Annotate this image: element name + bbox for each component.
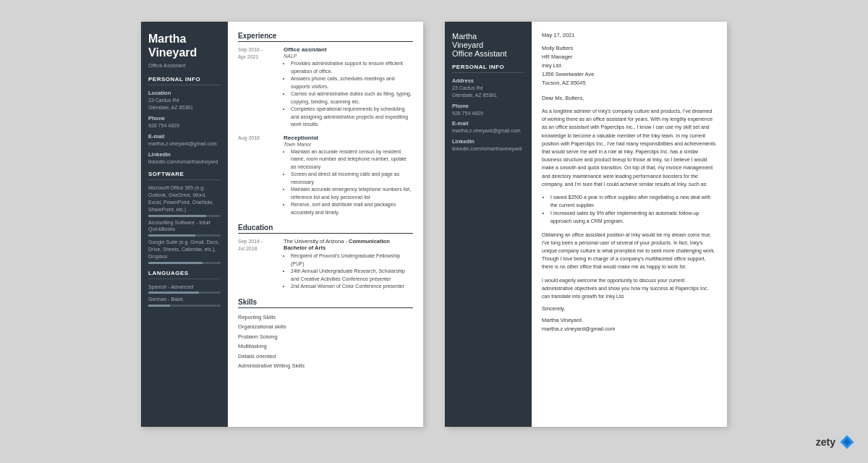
linkedin-label: LinkedIn	[148, 151, 221, 158]
software1-value: Microsoft Office 365 (e.g. Outlook, OneD…	[148, 184, 221, 213]
edu1-block: Sep 2014 -Jul 2018 The University of Ari…	[238, 238, 413, 291]
cover-job-title: Office Assistant	[452, 49, 524, 58]
phone-value: 928 754 4829	[148, 122, 221, 129]
job1-bullets: Provides administrative support to ensur…	[284, 60, 413, 129]
software1-bar	[148, 215, 221, 217]
email-value: martha.z.vineyard@gmail.com	[148, 140, 221, 148]
zety-brand-text: zety	[816, 436, 835, 448]
email-label: E-mail	[148, 133, 221, 140]
cover-last-name: Vineyard	[452, 41, 524, 49]
job2-bullets: Maintain an accurate resident census by …	[284, 148, 413, 217]
resume-main: Experience Sep 2018 -Apr 2021 Office ass…	[228, 22, 423, 427]
edu1-bullet1: Recipient of Provost's Undergraduate Fel…	[291, 252, 413, 268]
cover-main: May 17, 2021 Molly Butters HR Manager In…	[532, 22, 727, 427]
recipient-title: HR Manager	[542, 54, 573, 60]
cover-address-label: Address	[452, 77, 524, 84]
lang1-label: Spanish - Advanced	[148, 284, 221, 291]
cover-bullet1: I saved $2500 a year in office supplies …	[550, 193, 717, 209]
cover-body: As a longtime admirer of Inky's company …	[542, 107, 717, 300]
resume-document: Martha Vineyard Office Assistant Persona…	[141, 22, 423, 427]
resume-name-block: Martha Vineyard Office Assistant	[148, 32, 221, 69]
edu1-bullet3: 2nd Annual Women of Color Conference pre…	[291, 283, 413, 291]
company-address1: 1356 Sweetwater Ave	[542, 71, 594, 77]
cover-closing: Sincerely,	[542, 305, 717, 312]
software-title: Software	[148, 171, 221, 180]
skills-list: Reporting Skills Organizational skills P…	[238, 313, 413, 371]
personal-info-title: Personal Info	[148, 76, 221, 85]
job1-content: Office assistant NALP Provides administr…	[284, 46, 413, 129]
lang2-bar	[148, 305, 221, 307]
cover-recipient: Molly Butters HR Manager Inky Ltd. 1356 …	[542, 44, 717, 88]
job2-bullet1: Maintain an accurate resident census by …	[291, 148, 413, 171]
job1-date: Sep 2018 -Apr 2021	[238, 46, 278, 129]
skill1: Reporting Skills	[238, 313, 413, 323]
education-section-title: Education	[238, 224, 413, 234]
recipient-name: Molly Butters	[542, 45, 573, 51]
resume-sidebar: Martha Vineyard Office Assistant Persona…	[141, 22, 228, 427]
skill6: Administrative Writing Skills	[238, 361, 413, 371]
job2-bullet4: Receive, sort and distribute mail and pa…	[291, 201, 413, 216]
job1-bullet3: Carries out administrative duties such a…	[291, 90, 413, 106]
job2-title: Receptionist	[284, 135, 413, 141]
cover-first-name: Martha	[452, 32, 524, 41]
cover-email-value: martha.z.vineyard@gmail.com	[452, 127, 524, 135]
job1-block: Sep 2018 -Apr 2021 Office assistant NALP…	[238, 46, 413, 129]
software2-value: QuickBooks	[148, 226, 221, 233]
skill5: Details oriented	[238, 352, 413, 362]
skill3: Problem Solving	[238, 332, 413, 342]
job2-bullet3: Maintain accurate emergency telephone nu…	[291, 186, 413, 201]
job1-bullet4: Completes operational requirements by sc…	[291, 106, 413, 129]
job2-bullet2: Screen and direct all incoming calls and…	[291, 171, 413, 186]
resume-first-name: Martha	[148, 32, 221, 46]
cover-salutation: Dear Ms. Butters,	[542, 95, 717, 101]
job1-bullet2: Answers phone calls, schedules meetings …	[291, 75, 413, 90]
cover-name-block: Martha Vineyard Office Assistant	[452, 32, 524, 58]
cover-email-label: E-mail	[452, 120, 524, 127]
edu1-school: The University of Arizona - Communicatio…	[284, 238, 413, 251]
software3-value: Google Suite (e.g. Gmail, Docs, Drive, S…	[148, 239, 221, 260]
cover-letter-document: Martha Vineyard Office Assistant Persona…	[445, 22, 727, 427]
phone-label: Phone	[148, 115, 221, 122]
skills-section-title: Skills	[238, 298, 413, 308]
cover-paragraph2: Obtaining an office assistant position a…	[542, 231, 717, 271]
cover-phone-value: 928 754 4829	[452, 110, 524, 117]
job2-block: Aug 2018 Receptionist Town Manor Maintai…	[238, 135, 413, 217]
cover-personal-info-title: Personal Info	[452, 64, 524, 73]
edu1-bullet2: 24th Annual Undergraduate Research, Scho…	[291, 268, 413, 283]
sig-email: martha.z.vineyard@gmail.com	[542, 325, 717, 334]
skill4: Multitasking	[238, 341, 413, 352]
job1-bullet1: Provides administrative support to ensur…	[291, 60, 413, 75]
experience-section-title: Experience	[238, 32, 413, 42]
cover-paragraph3: I would eagerly welcome the opportunity …	[542, 276, 717, 301]
job2-company: Town Manor	[284, 142, 413, 147]
lang1-bar	[148, 292, 221, 294]
cover-sidebar: Martha Vineyard Office Assistant Persona…	[445, 22, 532, 427]
job2-content: Receptionist Town Manor Maintain an accu…	[284, 135, 413, 217]
cover-bullet2: I increased sales by 9% after implementi…	[550, 209, 717, 225]
zety-diamond-icon	[839, 434, 855, 450]
cover-paragraph1: As a longtime admirer of Inky's company …	[542, 107, 717, 188]
software3-bar	[148, 262, 221, 264]
edu1-bullets: Recipient of Provost's Undergraduate Fel…	[284, 252, 413, 291]
sig-name: Martha Vineyard	[542, 316, 717, 325]
resume-job-title: Office Assistant	[148, 62, 221, 69]
page-wrapper: Martha Vineyard Office Assistant Persona…	[0, 0, 868, 463]
linkedin-value: linkedin.com/in/marthavineyard	[148, 158, 221, 166]
cover-linkedin-value: linkedin.com/in/marthavineyard	[452, 145, 524, 153]
location-value: 23 Cactus RdGlendale, AZ 85381	[148, 97, 221, 111]
job1-title: Office assistant	[284, 46, 413, 53]
job1-company: NALP	[284, 54, 413, 59]
cover-address-value: 23 Cactus RdGlendale, AZ 85381	[452, 85, 524, 99]
edu1-date: Sep 2014 -Jul 2018	[238, 238, 278, 291]
company-address2: Tucson, AZ 85045	[542, 80, 586, 86]
resume-last-name: Vineyard	[148, 46, 221, 59]
software2-label: Accounting Software - Intuit	[148, 219, 221, 226]
cover-phone-label: Phone	[452, 103, 524, 109]
location-label: Location	[148, 90, 221, 96]
lang2-label: German - Basic	[148, 296, 221, 303]
cover-date: May 17, 2021	[542, 32, 717, 38]
cover-linkedin-label: LinkedIn	[452, 138, 524, 145]
software2-bar	[148, 234, 221, 237]
cover-signature: Martha Vineyard martha.z.vineyard@gmail.…	[542, 316, 717, 334]
skill2: Organizational skills	[238, 322, 413, 332]
